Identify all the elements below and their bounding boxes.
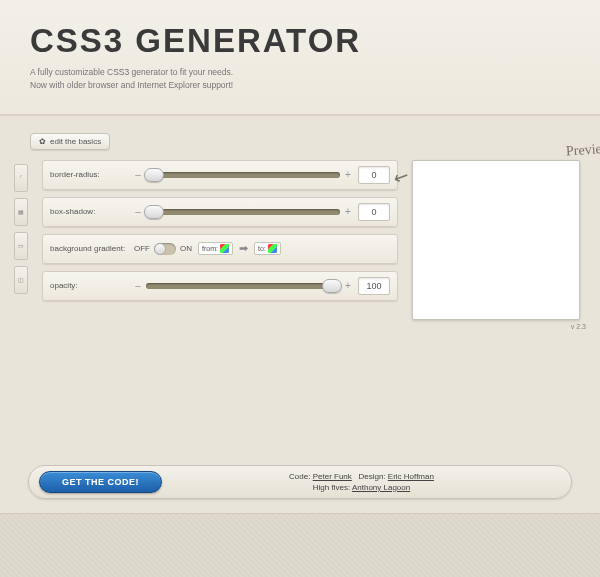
credits: Code: Peter Funk Design: Eric Hoffman Hi… [162, 471, 561, 493]
footer-bar: GET THE CODE! Code: Peter Funk Design: E… [28, 465, 572, 499]
slider-thumb[interactable] [322, 279, 342, 293]
footer-texture [0, 513, 600, 577]
link-design-author[interactable]: Eric Hoffman [388, 472, 434, 481]
plus-icon[interactable]: + [344, 206, 352, 217]
side-tab-radius[interactable]: ⌜ [14, 164, 28, 192]
gear-icon: ✿ [39, 137, 46, 146]
label-box-shadow: box-shadow: [50, 207, 128, 216]
subtitle: A fully customizable CSS3 generator to f… [30, 66, 600, 92]
version-text: v 2.3 [0, 323, 586, 330]
preview-label: Preview [566, 140, 600, 159]
edit-basics-button[interactable]: ✿ edit the basics [30, 133, 110, 150]
row-box-shadow: box-shadow: – + 0 [42, 197, 398, 227]
row-gradient: background gradient: OFF ON from: ➡ to: [42, 234, 398, 264]
toggle-gradient[interactable] [154, 243, 176, 255]
row-opacity: opacity: – + 100 [42, 271, 398, 301]
side-tab-gradient[interactable]: ▭ [14, 232, 28, 260]
toggle-knob[interactable] [154, 243, 166, 255]
side-tab-shadow[interactable]: ▦ [14, 198, 28, 226]
slider-border-radius[interactable] [146, 172, 340, 178]
slider-box-shadow[interactable] [146, 209, 340, 215]
side-tab-rail: ⌜ ▦ ▭ ◫ [14, 164, 28, 320]
plus-icon[interactable]: + [344, 169, 352, 180]
arrow-right-icon: ➡ [239, 242, 248, 255]
slider-thumb[interactable] [144, 168, 164, 182]
value-box-shadow[interactable]: 0 [358, 203, 390, 221]
slider-thumb[interactable] [144, 205, 164, 219]
label-gradient: background gradient: [50, 244, 128, 253]
page-title: CSS3 GENERATOR [30, 22, 600, 60]
swatch-icon [268, 244, 277, 253]
header: CSS3 GENERATOR A fully customizable CSS3… [0, 0, 600, 116]
row-border-radius: border-radius: – + 0 [42, 160, 398, 190]
link-code-author[interactable]: Peter Funk [313, 472, 352, 481]
side-tab-opacity[interactable]: ◫ [14, 266, 28, 294]
chip-to[interactable]: to: [254, 242, 281, 255]
minus-icon[interactable]: – [134, 169, 142, 180]
minus-icon[interactable]: – [134, 280, 142, 291]
get-code-button[interactable]: GET THE CODE! [39, 471, 162, 493]
swatch-icon [220, 244, 229, 253]
value-opacity[interactable]: 100 [358, 277, 390, 295]
label-border-radius: border-radius: [50, 170, 128, 179]
link-highfive[interactable]: Anthony Lagoon [352, 483, 410, 492]
label-opacity: opacity: [50, 281, 128, 290]
preview-box [412, 160, 580, 320]
value-border-radius[interactable]: 0 [358, 166, 390, 184]
chip-from[interactable]: from: [198, 242, 233, 255]
minus-icon[interactable]: – [134, 206, 142, 217]
slider-opacity[interactable] [146, 283, 340, 289]
plus-icon[interactable]: + [344, 280, 352, 291]
